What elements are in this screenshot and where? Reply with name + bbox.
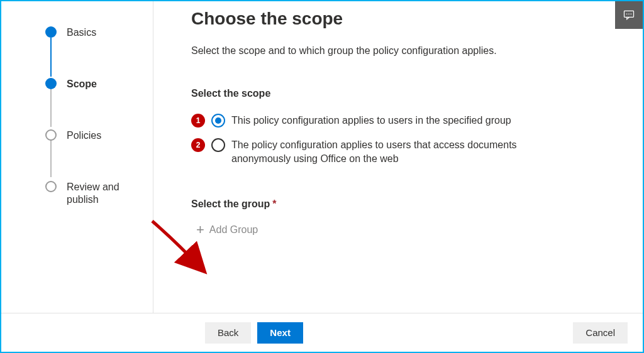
wizard-footer: Back Next Cancel xyxy=(1,313,643,352)
next-button[interactable]: Next xyxy=(257,322,303,344)
svg-point-1 xyxy=(626,14,628,15)
annotation-badge-1: 1 xyxy=(191,114,205,128)
required-asterisk: * xyxy=(272,198,276,209)
step-label: Basics xyxy=(67,26,96,39)
svg-point-2 xyxy=(628,14,630,15)
page-title: Choose the scope xyxy=(191,9,605,29)
annotation-badge-2: 2 xyxy=(191,138,205,152)
step-indicator-completed-icon xyxy=(45,26,57,38)
wizard-step-review[interactable]: Review and publish xyxy=(45,181,153,206)
wizard-step-scope[interactable]: Scope xyxy=(45,78,153,90)
radio-label: The policy configuration applies to user… xyxy=(231,138,571,166)
wizard-step-policies[interactable]: Policies xyxy=(45,129,153,142)
content-panel: Choose the scope Select the scope and to… xyxy=(153,1,643,313)
add-group-button[interactable]: + Add Group xyxy=(196,224,605,236)
step-connector xyxy=(50,88,52,127)
feedback-button[interactable] xyxy=(615,1,643,29)
page-description: Select the scope and to which group the … xyxy=(191,45,605,57)
step-label: Scope xyxy=(67,78,97,90)
scope-option-anonymous-web[interactable]: 2 The policy configuration applies to us… xyxy=(191,138,605,166)
scope-section-heading: Select the scope xyxy=(191,88,605,99)
cancel-button[interactable]: Cancel xyxy=(573,322,628,344)
step-label: Review and publish xyxy=(67,181,136,206)
wizard-steps: Basics Scope Policies Review and publish xyxy=(1,1,153,313)
radio-selected-icon[interactable] xyxy=(211,114,225,128)
scope-option-users-in-group[interactable]: 1 This policy configuration applies to u… xyxy=(191,113,605,128)
svg-point-3 xyxy=(631,14,632,15)
add-group-label: Add Group xyxy=(209,224,258,236)
step-connector xyxy=(50,38,52,77)
feedback-icon xyxy=(623,9,635,21)
step-label: Policies xyxy=(67,129,101,142)
radio-unselected-icon[interactable] xyxy=(211,138,225,152)
step-indicator-current-icon xyxy=(45,78,57,89)
group-section-heading: Select the group* xyxy=(191,198,605,210)
back-button[interactable]: Back xyxy=(205,322,251,344)
step-indicator-upcoming-icon xyxy=(45,129,57,141)
wizard-step-basics[interactable]: Basics xyxy=(45,26,153,39)
step-indicator-upcoming-icon xyxy=(45,181,57,192)
plus-icon: + xyxy=(196,224,204,236)
radio-label: This policy configuration applies to use… xyxy=(231,113,511,128)
step-connector xyxy=(50,138,52,177)
